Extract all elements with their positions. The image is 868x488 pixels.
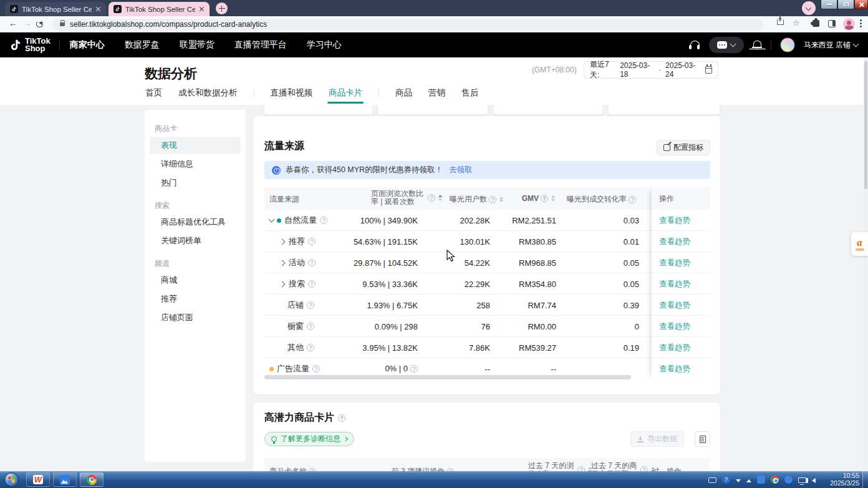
- taskbar-wps-button[interactable]: W: [26, 472, 50, 487]
- sidebar-item-recommend[interactable]: 推荐: [150, 290, 241, 308]
- help-icon[interactable]: [338, 414, 345, 422]
- configure-metrics-button[interactable]: 配置指标: [657, 140, 710, 155]
- volume-icon[interactable]: [812, 478, 816, 483]
- help-icon[interactable]: [541, 195, 548, 202]
- browser-profile-avatar[interactable]: [843, 18, 855, 30]
- sidebar-item-details[interactable]: 详细信息: [150, 155, 241, 173]
- date-range-picker[interactable]: 最近7天: 2025-03-18 - 2025-03-24: [584, 61, 718, 79]
- tab-after-sales[interactable]: 售后: [461, 87, 478, 104]
- share-icon[interactable]: [777, 19, 784, 25]
- help-icon[interactable]: [307, 301, 314, 309]
- help-icon[interactable]: [308, 259, 316, 266]
- tab-close-icon[interactable]: [95, 6, 101, 12]
- tray-app2-icon[interactable]: [784, 476, 793, 484]
- sort-icon[interactable]: [438, 195, 442, 201]
- tab-growth-analytics[interactable]: 成长和数据分析: [178, 87, 238, 104]
- view-trend-link[interactable]: 查看趋势: [652, 337, 710, 358]
- help-icon[interactable]: [629, 196, 636, 203]
- taskbar-app-button[interactable]: [53, 472, 77, 487]
- sidebar-item-trending[interactable]: 热门: [150, 174, 241, 192]
- tab-product-card[interactable]: 商品卡片: [329, 87, 362, 104]
- new-tab-button[interactable]: [216, 2, 228, 14]
- address-bar[interactable]: seller.tiktokglobalshop.com/compass/prod…: [52, 19, 763, 31]
- sidebar-item-performance[interactable]: 表现: [150, 137, 241, 154]
- sidebar-item-shop-page[interactable]: 店铺页面: [150, 309, 241, 326]
- export-data-button[interactable]: 导出数据: [630, 431, 684, 447]
- forward-icon[interactable]: →: [23, 18, 32, 28]
- tray-chrome-icon[interactable]: [771, 476, 779, 484]
- expand-icon[interactable]: [279, 260, 286, 266]
- help-icon[interactable]: [410, 365, 418, 373]
- header-gmv[interactable]: GMV: [522, 194, 555, 203]
- menu-seller-center[interactable]: 商家中心: [70, 39, 105, 51]
- help-icon[interactable]: [308, 238, 316, 245]
- tray-window-icon[interactable]: [708, 477, 716, 483]
- view-trend-link[interactable]: 查看趋势: [652, 231, 710, 252]
- claim-coupon-link[interactable]: 去领取: [449, 165, 473, 175]
- start-button[interactable]: [4, 472, 19, 487]
- menu-data-compass[interactable]: 数据罗盘: [125, 39, 160, 51]
- column-settings-button[interactable]: [695, 431, 710, 447]
- sidepanel-icon[interactable]: [828, 20, 836, 27]
- tray-caret-up-icon[interactable]: [746, 479, 751, 482]
- refresh-icon[interactable]: [36, 21, 43, 27]
- view-trend-link[interactable]: 查看趋势: [652, 358, 710, 379]
- tab-live-video[interactable]: 直播和视频: [271, 87, 313, 104]
- header-exposed-users[interactable]: 曝光用户数: [450, 194, 503, 205]
- window-minimize-button[interactable]: [821, 0, 837, 9]
- taskbar-chrome-button[interactable]: [80, 472, 104, 487]
- chat-pill-button[interactable]: [709, 37, 744, 53]
- browser-tab-2-active[interactable]: TikTok Shop Seller Center | Cr: [109, 2, 210, 16]
- bookmark-star-icon[interactable]: ☆: [793, 18, 800, 27]
- view-trend-link[interactable]: 查看趋势: [652, 252, 710, 273]
- collapse-icon[interactable]: [269, 217, 275, 223]
- tab-products[interactable]: 商品: [395, 87, 412, 104]
- header-pageview-ratio[interactable]: 页面浏览次数比率 | 观看次数: [371, 190, 442, 206]
- tab-close-icon[interactable]: [199, 6, 205, 12]
- expand-icon[interactable]: [279, 238, 286, 245]
- tray-help-icon[interactable]: ?: [722, 476, 730, 484]
- help-icon[interactable]: [320, 217, 327, 224]
- expand-icon[interactable]: [279, 281, 286, 287]
- menu-learning-center[interactable]: 学习中心: [307, 39, 342, 51]
- network-icon[interactable]: [798, 477, 806, 483]
- sidebar-item-title-optimizer[interactable]: 商品标题优化工具: [150, 213, 241, 231]
- tab-home[interactable]: 首页: [145, 87, 162, 104]
- menu-live-platform[interactable]: 直播管理平台: [234, 39, 287, 51]
- store-switcher[interactable]: 马来西亚 店铺: [804, 40, 858, 51]
- help-icon[interactable]: [307, 344, 314, 351]
- sort-icon[interactable]: [551, 195, 555, 202]
- view-trend-link[interactable]: 查看趋势: [652, 316, 710, 337]
- view-trend-link[interactable]: 查看趋势: [652, 273, 710, 295]
- sidebar-item-mall[interactable]: 商城: [150, 271, 241, 289]
- diagnosis-info-link[interactable]: 了解更多诊断信息: [264, 432, 354, 446]
- store-avatar[interactable]: [780, 37, 795, 52]
- page-scrollbar[interactable]: [864, 57, 868, 471]
- window-close-button[interactable]: [854, 0, 868, 9]
- tab-marketing[interactable]: 营销: [428, 87, 445, 104]
- show-desktop-button[interactable]: [862, 471, 868, 488]
- window-maximize-button[interactable]: [837, 0, 854, 9]
- taskbar-clock[interactable]: 10:55 2025/3/25: [830, 472, 859, 487]
- help-icon[interactable]: [308, 280, 316, 288]
- tray-caret-down-icon[interactable]: [736, 479, 741, 482]
- view-trend-link[interactable]: 查看趋势: [652, 295, 710, 316]
- help-icon[interactable]: [307, 323, 314, 330]
- menu-affiliate[interactable]: 联盟带货: [180, 39, 215, 51]
- scrollbar-thumb[interactable]: [864, 61, 867, 189]
- browser-tab-1[interactable]: TikTok Shop Seller Center | Cr: [5, 2, 106, 16]
- help-icon[interactable]: [312, 365, 320, 373]
- aliwangwang-float-widget[interactable]: a: [851, 232, 868, 256]
- help-icon[interactable]: [489, 196, 496, 203]
- horizontal-scrollbar[interactable]: [264, 375, 631, 379]
- help-icon[interactable]: [428, 194, 435, 202]
- sidebar-item-keyword-ranking[interactable]: 关键词榜单: [150, 232, 241, 250]
- support-headset-icon[interactable]: [689, 40, 700, 50]
- tiktok-shop-logo[interactable]: TikTokShop: [9, 37, 51, 52]
- notifications-bell-icon[interactable]: [753, 40, 762, 50]
- extensions-icon[interactable]: [813, 20, 819, 27]
- tab-search-chevron-icon[interactable]: [802, 1, 816, 15]
- view-trend-link[interactable]: 查看趋势: [652, 210, 710, 231]
- browser-menu-icon[interactable]: [860, 19, 862, 21]
- tray-app-icon[interactable]: [757, 476, 765, 484]
